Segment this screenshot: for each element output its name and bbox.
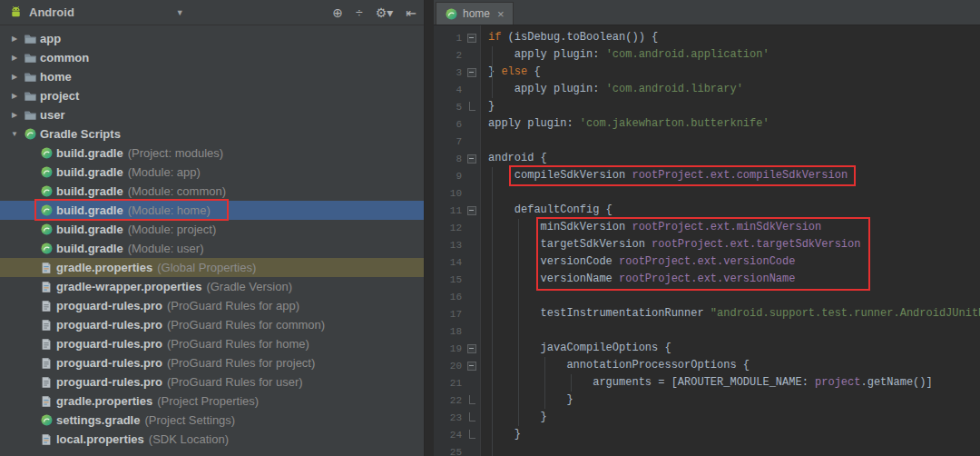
code-line-23[interactable]: } [488, 409, 980, 426]
code-line-7[interactable] [488, 133, 980, 150]
fold-marker-icon[interactable] [464, 392, 480, 409]
editor-tab-home[interactable]: home× [436, 2, 514, 25]
hide-panel-icon[interactable]: ⇤ [406, 6, 416, 19]
code-line-2[interactable]: apply plugin: 'com.android.application' [488, 46, 980, 64]
tree-item-annotation: (Global Properties) [157, 261, 256, 274]
code-line-15[interactable]: versionName rootProject.ext.versionName [488, 271, 980, 288]
properties-icon [38, 261, 54, 275]
tree-item-proguard-rules-pro-proguard-rules-for-user[interactable]: proguard-rules.pro(ProGuard Rules for us… [0, 372, 424, 392]
android-logo-icon [7, 5, 24, 20]
tree-item-build-gradle-module-app[interactable]: build.gradle(Module: app) [0, 163, 424, 182]
tree-item-proguard-rules-pro-proguard-rules-for-app[interactable]: proguard-rules.pro(ProGuard Rules for ap… [0, 296, 424, 315]
code-line-3[interactable]: } else { [488, 64, 980, 81]
tree-item-gradle-wrapper-properties-gradle-version[interactable]: gradle-wrapper.properties(Gradle Version… [0, 277, 424, 296]
gradle-icon [38, 165, 54, 180]
tree-item-build-gradle-module-home[interactable]: build.gradle(Module: home) [0, 201, 424, 220]
chevron-collapsed-icon[interactable]: ▶ [7, 92, 22, 100]
tree-item-gradle-scripts[interactable]: ▼Gradle Scripts [0, 124, 424, 144]
tree-item-gradle-properties-project-properties[interactable]: gradle.properties(Project Properties) [0, 392, 424, 411]
code-line-24[interactable]: } [488, 426, 980, 443]
code-line-1[interactable]: if (isDebug.toBoolean()) { [488, 29, 980, 46]
tree-item-build-gradle-module-user[interactable]: build.gradle(Module: user) [0, 239, 424, 258]
code-line-21[interactable]: arguments = [AROUTER_MODULE_NAME: projec… [488, 374, 980, 392]
fold-marker-icon[interactable] [464, 64, 480, 81]
tree-item-settings-gradle-project-settings[interactable]: settings.gradle(Project Settings) [0, 411, 424, 430]
code-token: defaultConfig { [488, 203, 612, 216]
tree-item-proguard-rules-pro-proguard-rules-for-project[interactable]: proguard-rules.pro(ProGuard Rules for pr… [0, 353, 424, 372]
fold-marker-icon[interactable] [464, 426, 480, 443]
fold-marker-icon[interactable] [464, 202, 480, 219]
tree-item-annotation: (Module: user) [128, 242, 204, 255]
tree-item-annotation: (Project: modules) [128, 146, 223, 160]
textfile-icon [38, 318, 54, 332]
tree-item-home[interactable]: ▶home [0, 67, 424, 86]
tree-item-build-gradle-project-modules[interactable]: build.gradle(Project: modules) [0, 144, 424, 163]
editor-tabs: home× [434, 0, 980, 25]
chevron-expanded-icon[interactable]: ▼ [7, 130, 22, 138]
code-line-17[interactable]: testInstrumentationRunner "android.suppo… [488, 305, 980, 322]
tree-item-build-gradle-module-common[interactable]: build.gradle(Module: common) [0, 182, 424, 201]
code-area[interactable]: if (isDebug.toBoolean()) { apply plugin:… [481, 25, 980, 456]
code-token: rootProject.ext.versionName [619, 273, 795, 285]
collapse-all-icon[interactable]: ÷ [356, 6, 363, 19]
code-token: } [488, 411, 547, 423]
code-line-12[interactable]: minSdkVersion rootProject.ext.minSdkVers… [488, 219, 980, 236]
code-line-18[interactable] [488, 322, 980, 340]
tree-item-label: proguard-rules.pro [56, 356, 162, 370]
chevron-collapsed-icon[interactable]: ▶ [7, 35, 22, 43]
fold-spacer [464, 133, 480, 150]
code-token: 'com.android.application' [606, 48, 769, 61]
fold-marker-icon[interactable] [464, 29, 480, 46]
tree-item-annotation: (ProGuard Rules for app) [167, 299, 299, 312]
chevron-collapsed-icon[interactable]: ▶ [7, 111, 22, 119]
code-token: .getName()] [860, 376, 932, 389]
line-number: 15 [434, 274, 464, 285]
code-line-14[interactable]: versionCode rootProject.ext.versionCode [488, 253, 980, 271]
code-token: javaCompileOptions { [488, 342, 671, 354]
code-line-9[interactable]: compileSdkVersion rootProject.ext.compil… [488, 167, 980, 184]
tree-item-app[interactable]: ▶app [0, 29, 424, 48]
tree-item-project[interactable]: ▶project [0, 86, 424, 105]
tab-close-icon[interactable]: × [497, 7, 505, 21]
code-line-13[interactable]: targetSdkVersion rootProject.ext.targetS… [488, 236, 980, 253]
settings-gear-icon[interactable]: ⚙▾ [376, 6, 394, 19]
fold-spacer [464, 374, 480, 392]
fold-marker-icon[interactable] [464, 340, 480, 357]
tree-item-label: build.gradle [56, 184, 123, 198]
code-line-20[interactable]: annotationProcessorOptions { [488, 357, 980, 374]
tree-item-common[interactable]: ▶common [0, 48, 424, 67]
code-line-5[interactable]: } [488, 98, 980, 115]
code-line-8[interactable]: android { [488, 150, 980, 167]
code-line-22[interactable]: } [488, 392, 980, 409]
fold-spacer [464, 322, 480, 340]
code-line-4[interactable]: apply plugin: 'com.android.library' [488, 81, 980, 98]
gradle-icon [38, 223, 54, 237]
chevron-collapsed-icon[interactable]: ▶ [7, 54, 22, 62]
fold-marker-icon[interactable] [464, 150, 480, 167]
fold-marker-icon[interactable] [464, 98, 480, 115]
project-view-selector[interactable]: Android ▼ [7, 5, 184, 20]
tree-item-proguard-rules-pro-proguard-rules-for-home[interactable]: proguard-rules.pro(ProGuard Rules for ho… [0, 334, 424, 353]
locate-file-icon[interactable]: ⊕ [332, 6, 343, 19]
tree-item-label: settings.gradle [56, 413, 140, 427]
line-number: 2 [434, 50, 464, 61]
tree-item-user[interactable]: ▶user [0, 105, 424, 124]
code-line-16[interactable] [488, 288, 980, 305]
tree-item-build-gradle-module-project[interactable]: build.gradle(Module: project) [0, 220, 424, 239]
code-line-25[interactable] [488, 443, 980, 456]
fold-marker-icon[interactable] [464, 409, 480, 426]
tree-item-proguard-rules-pro-proguard-rules-for-common[interactable]: proguard-rules.pro(ProGuard Rules for co… [0, 315, 424, 334]
code-line-19[interactable]: javaCompileOptions { [488, 340, 980, 357]
gradle-icon [38, 146, 54, 161]
chevron-collapsed-icon[interactable]: ▶ [7, 73, 22, 81]
line-number: 9 [434, 171, 464, 182]
code-line-11[interactable]: defaultConfig { [488, 202, 980, 219]
code-token: } [488, 428, 521, 441]
panel-splitter[interactable] [424, 0, 434, 456]
code-line-10[interactable] [488, 184, 980, 202]
tree-item-local-properties-sdk-location[interactable]: local.properties(SDK Location) [0, 430, 424, 449]
tree-item-gradle-properties-global-properties[interactable]: gradle.properties(Global Properties) [0, 258, 424, 277]
fold-marker-icon[interactable] [464, 357, 480, 374]
code-line-6[interactable]: apply plugin: 'com.jakewharton.butterkni… [488, 115, 980, 133]
gradle-icon [38, 413, 54, 428]
